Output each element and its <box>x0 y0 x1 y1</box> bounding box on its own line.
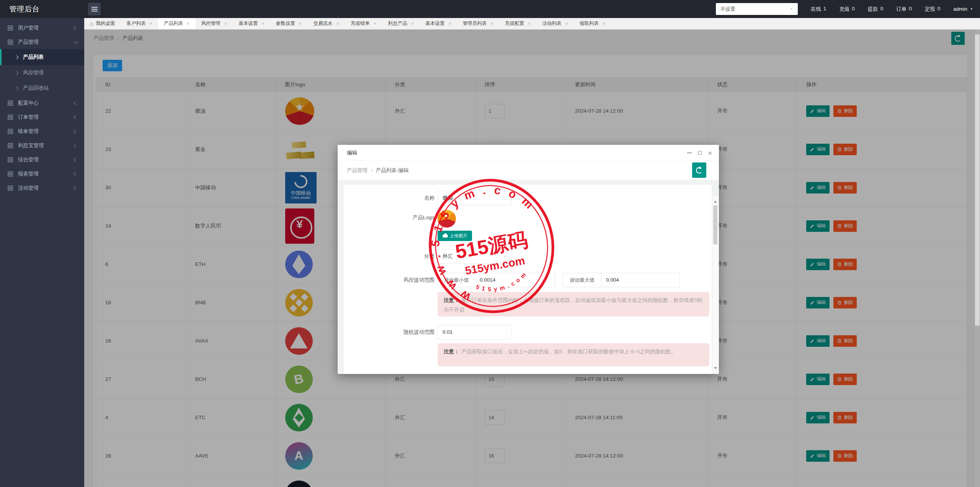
modal-form: 名称 燃油 产品Logo 上传图片 分类 外汇 ▼ 风控波动范围 波动最小值 0… <box>344 185 712 374</box>
tab[interactable]: ⌂ 基本设置 × <box>233 18 270 29</box>
scroll-down-icon[interactable] <box>714 367 717 371</box>
category-select[interactable]: 外汇 ▼ <box>438 249 512 264</box>
grid-icon <box>8 171 13 177</box>
tab-close-icon[interactable]: × <box>299 21 302 26</box>
tab-close-icon[interactable]: × <box>336 21 339 26</box>
hamburger-icon <box>91 9 98 10</box>
tab-label: 客户列表 <box>126 20 145 27</box>
sidebar-toggle-button[interactable] <box>88 3 101 15</box>
stat-value: 0 <box>909 6 912 13</box>
tab-close-icon[interactable]: × <box>490 21 493 26</box>
sidebar-subitem-label: 产品回收站 <box>23 85 49 92</box>
tab[interactable]: ⌂ 管理员列表 × <box>457 18 499 29</box>
close-icon[interactable]: × <box>708 149 712 157</box>
min-input[interactable]: 0.0014 <box>475 273 555 287</box>
tab[interactable]: ⌂ 领取列表 × <box>574 18 611 29</box>
tab[interactable]: ⌂ 客户列表 × <box>121 18 158 29</box>
chevron-down-icon: ▼ <box>790 7 793 11</box>
modal-refresh-button[interactable] <box>692 162 706 178</box>
grid-icon <box>8 39 13 45</box>
sidebar-item-label: 配置中心 <box>18 100 39 107</box>
tab-close-icon[interactable]: × <box>149 21 152 26</box>
tab[interactable]: ⌂ 产品列表 × <box>158 18 196 29</box>
chevron-left-icon <box>74 115 78 119</box>
sidebar-item-product-recycle[interactable]: 产品回收站 <box>0 80 84 96</box>
minimize-icon[interactable] <box>687 152 692 153</box>
sidebar-item-general[interactable]: 综合管理 <box>0 152 84 167</box>
tab-close-icon[interactable]: × <box>374 21 377 26</box>
stat-item: 订单 0 <box>896 6 912 13</box>
page-scrollbar-thumb[interactable] <box>975 34 980 326</box>
upload-label: 上传图片 <box>450 233 467 239</box>
sidebar-item-users[interactable]: 用户管理 <box>0 21 84 35</box>
sidebar-item-label: 利息宝管理 <box>18 142 44 149</box>
tab[interactable]: ⌂ 充值错单 × <box>345 18 382 29</box>
app-title: 管理后台 <box>9 0 40 18</box>
sidebar-item-orders[interactable]: 订单管理 <box>0 110 84 124</box>
sidebar-item-wrong-orders[interactable]: 错单管理 <box>0 124 84 138</box>
tab[interactable]: ⌂ 我的桌面 × <box>84 18 121 29</box>
sidebar-item-interest[interactable]: 利息宝管理 <box>0 138 84 152</box>
stat-label: 充值 <box>839 6 849 13</box>
tab-close-icon[interactable]: × <box>411 21 414 26</box>
chevron-left-icon <box>74 101 78 105</box>
tab-label: 交易流水 <box>313 20 332 27</box>
tab-close-icon[interactable]: × <box>603 21 606 26</box>
chevron-left-icon <box>74 157 78 162</box>
stat-item: 定投 0 <box>925 6 941 13</box>
tab-close-icon[interactable]: × <box>448 21 451 26</box>
upload-image-button[interactable]: 上传图片 <box>438 231 472 241</box>
page-scrollbar[interactable] <box>975 30 980 487</box>
random-input[interactable]: 0.01 <box>438 325 512 339</box>
chevron-down-icon: ▼ <box>504 255 507 258</box>
tab[interactable]: ⌂ 风控管理 × <box>196 18 233 29</box>
sidebar-subitem-label: 产品列表 <box>23 54 44 61</box>
tab-label: 活动列表 <box>542 20 562 27</box>
tab-label: 充值配置 <box>505 20 524 27</box>
tab-close-icon[interactable]: × <box>528 21 531 26</box>
stat-value: 0 <box>852 6 855 13</box>
chevron-down-icon <box>74 39 78 43</box>
tab-close-icon[interactable]: × <box>565 21 568 26</box>
tab[interactable]: ⌂ 基本设置 × <box>420 18 457 29</box>
sidebar-item-risk-control[interactable]: 风控管理 <box>0 65 84 80</box>
sidebar-item-label: 错单管理 <box>18 128 39 135</box>
tab[interactable]: ⌂ 利息产品 × <box>382 18 420 29</box>
sidebar-item-activities[interactable]: 活动管理 <box>0 181 84 195</box>
sidebar-item-reports[interactable]: 报表管理 <box>0 167 84 181</box>
tab-close-icon[interactable]: × <box>261 21 265 26</box>
sidebar-item-config[interactable]: 配置中心 <box>0 96 84 110</box>
stat-label: 定投 <box>925 6 935 13</box>
tab-close-icon[interactable]: × <box>224 21 227 26</box>
maximize-icon[interactable] <box>698 151 702 155</box>
tab[interactable]: ⌂ 活动列表 × <box>537 18 574 29</box>
sidebar-item-label: 用户管理 <box>18 25 39 31</box>
category-select-value: 外汇 <box>443 253 453 260</box>
name-input[interactable]: 燃油 <box>438 191 512 205</box>
chevron-left-icon <box>74 143 78 148</box>
topbar-right: 不设置 ▼ 在线 1 充值 0 提款 <box>716 0 973 18</box>
sidebar-item-label: 产品管理 <box>18 39 39 46</box>
tab[interactable]: ⌂ 交易流水 × <box>307 18 345 29</box>
max-input[interactable]: 0.004 <box>601 273 679 287</box>
user-menu[interactable]: admin ▼ <box>953 6 973 12</box>
sidebar-item-products[interactable]: 产品管理 <box>0 35 84 49</box>
chevron-down-icon: ▼ <box>970 7 973 11</box>
tabbar: ⌂ 我的桌面 × ⌂ 客户列表 × ⌂ 产品列表 × ⌂ 风控管理 × <box>84 18 980 30</box>
note-prefix: 注意： <box>444 349 459 354</box>
modal-scrollbar[interactable] <box>712 196 719 374</box>
stat-item: 充值 0 <box>839 6 855 13</box>
sidebar-item-label: 活动管理 <box>18 185 39 192</box>
modal-breadcrumb-section[interactable]: 产品管理 <box>347 167 368 174</box>
topbar-stats: 在线 1 充值 0 提款 0 订单 0 <box>811 6 941 13</box>
filter-select[interactable]: 不设置 ▼ <box>716 3 798 15</box>
scroll-up-icon[interactable] <box>714 199 717 203</box>
tab[interactable]: ⌂ 充值配置 × <box>499 18 537 29</box>
sidebar-item-product-list[interactable]: 产品列表 <box>0 49 84 65</box>
stat-label: 订单 <box>896 6 906 13</box>
tab[interactable]: ⌂ 参数设置 × <box>270 18 308 29</box>
modal-scrollbar-thumb[interactable] <box>713 205 717 244</box>
chevron-left-icon <box>74 26 78 30</box>
max-addon: 波动最大值 <box>563 273 601 287</box>
tab-close-icon[interactable]: × <box>187 21 190 26</box>
